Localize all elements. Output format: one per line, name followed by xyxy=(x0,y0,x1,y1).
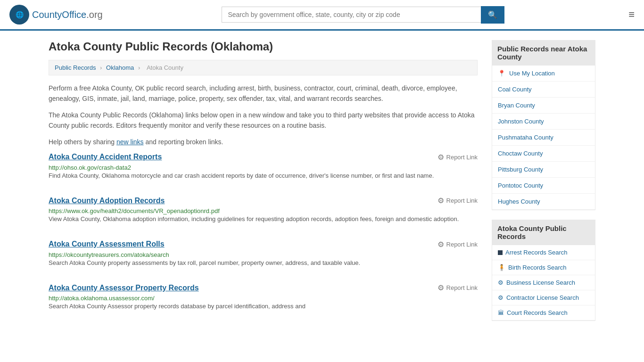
location-pin-icon: 📍 xyxy=(498,70,505,77)
report-icon: ⚙ xyxy=(438,283,444,292)
record-header: Atoka County Assessor Property Records ⚙… xyxy=(49,283,478,292)
main-content: Atoka County Public Records (Oklahoma) P… xyxy=(49,40,478,330)
nearby-section: Public Records near Atoka County 📍 Use M… xyxy=(492,40,595,210)
nearby-county-link[interactable]: Hughes County xyxy=(492,194,595,209)
nearby-county-item: Choctaw County xyxy=(492,146,595,162)
public-record-item: 🧍Birth Records Search xyxy=(492,260,595,275)
court-icon: 🏛 xyxy=(498,309,504,316)
page-title: Atoka County Public Records (Oklahoma) xyxy=(49,40,478,53)
public-record-item: ⚙Contractor License Search xyxy=(492,290,595,305)
report-icon: ⚙ xyxy=(438,153,444,162)
record-desc: View Atoka County, Oklahoma adoption inf… xyxy=(49,214,478,224)
record-url[interactable]: https://okcountytreasurers.com/atoka/sea… xyxy=(49,251,169,258)
nearby-county-link[interactable]: Pittsburg County xyxy=(492,162,595,177)
logo-text: CountyOffice.org xyxy=(32,9,103,20)
report-icon: ⚙ xyxy=(438,196,444,205)
breadcrumb-oklahoma[interactable]: Oklahoma xyxy=(106,64,134,71)
nearby-county-link[interactable]: Pushmataha County xyxy=(492,130,595,145)
breadcrumb-sep-2: › xyxy=(138,64,140,71)
public-records-section: Atoka County Public Records Arrest Recor… xyxy=(492,220,595,321)
nearby-title: Public Records near Atoka County xyxy=(492,40,595,66)
report-link[interactable]: ⚙ Report Link xyxy=(438,283,478,292)
menu-button[interactable]: ≡ xyxy=(628,8,635,21)
record-entry: Atoka County Accident Reports ⚙ Report L… xyxy=(49,153,478,185)
record-url[interactable]: http://ohso.ok.gov/crash-data2 xyxy=(49,164,131,171)
record-title[interactable]: Atoka County Adoption Records xyxy=(49,197,165,205)
record-desc: Find Atoka County, Oklahoma motorcycle a… xyxy=(49,171,478,181)
public-record-link[interactable]: ⚙Contractor License Search xyxy=(492,290,595,305)
logo-icon: 🌐 xyxy=(9,5,29,25)
record-entry: Atoka County Adoption Records ⚙ Report L… xyxy=(49,196,478,229)
hamburger-icon: ≡ xyxy=(628,8,635,20)
search-bar: 🔍 xyxy=(222,6,504,24)
record-entry: Atoka County Assessor Property Records ⚙… xyxy=(49,283,478,316)
public-records-list: Arrest Records Search🧍Birth Records Sear… xyxy=(492,245,595,321)
nearby-county-link[interactable]: Coal County xyxy=(492,82,595,97)
public-record-link[interactable]: 🏛Court Records Search xyxy=(492,305,595,320)
record-url[interactable]: http://atoka.oklahoma.usassessor.com/ xyxy=(49,295,155,302)
public-record-link[interactable]: Arrest Records Search xyxy=(492,245,595,260)
search-icon: 🔍 xyxy=(488,11,497,19)
public-records-title: Atoka County Public Records xyxy=(492,220,595,245)
record-entry: Atoka County Assessment Rolls ⚙ Report L… xyxy=(49,240,478,272)
record-header: Atoka County Adoption Records ⚙ Report L… xyxy=(49,196,478,205)
nearby-county-item: Coal County xyxy=(492,82,595,98)
nearby-county-link[interactable]: Choctaw County xyxy=(492,146,595,161)
breadcrumb: Public Records › Oklahoma › Atoka County xyxy=(49,60,478,75)
nearby-county-item: Pittsburg County xyxy=(492,162,595,178)
person-icon: 🧍 xyxy=(498,264,505,271)
public-record-item: Arrest Records Search xyxy=(492,245,595,260)
breadcrumb-current: Atoka County xyxy=(147,64,183,71)
record-header: Atoka County Accident Reports ⚙ Report L… xyxy=(49,153,478,162)
record-label: Arrest Records Search xyxy=(505,249,568,256)
breadcrumb-public-records[interactable]: Public Records xyxy=(55,64,96,71)
report-icon: ⚙ xyxy=(438,240,444,249)
gear-multi-icon: ⚙ xyxy=(498,279,504,286)
svg-text:🌐: 🌐 xyxy=(16,11,24,19)
nearby-counties: Coal CountyBryan CountyJohnston CountyPu… xyxy=(492,82,595,210)
nearby-county-link[interactable]: Pontotoc County xyxy=(492,178,595,193)
record-label: Birth Records Search xyxy=(508,264,567,271)
record-label: Court Records Search xyxy=(507,309,568,316)
report-link[interactable]: ⚙ Report Link xyxy=(438,240,478,249)
report-link[interactable]: ⚙ Report Link xyxy=(438,196,478,205)
record-desc: Search Atoka County Assessor property re… xyxy=(49,302,478,311)
description-para2: The Atoka County Public Records (Oklahom… xyxy=(49,110,478,131)
new-links-link[interactable]: new links xyxy=(116,138,144,146)
breadcrumb-sep-1: › xyxy=(100,64,102,71)
nearby-county-link[interactable]: Johnston County xyxy=(492,114,595,129)
record-title[interactable]: Atoka County Assessor Property Records xyxy=(49,284,199,292)
records-list: Atoka County Accident Reports ⚙ Report L… xyxy=(49,153,478,316)
public-record-link[interactable]: ⚙Business License Search xyxy=(492,275,595,290)
public-record-item: ⚙Business License Search xyxy=(492,275,595,290)
site-header: 🌐 CountyOffice.org 🔍 ≡ xyxy=(0,0,644,31)
report-link[interactable]: ⚙ Report Link xyxy=(438,153,478,162)
search-button[interactable]: 🔍 xyxy=(481,6,504,24)
use-location-button[interactable]: 📍 Use My Location xyxy=(492,66,595,82)
record-label: Contractor License Search xyxy=(506,294,579,301)
nearby-county-item: Pontotoc County xyxy=(492,178,595,194)
square-icon xyxy=(498,250,503,255)
record-title[interactable]: Atoka County Accident Reports xyxy=(49,153,162,161)
nearby-county-item: Johnston County xyxy=(492,114,595,130)
logo[interactable]: 🌐 CountyOffice.org xyxy=(9,5,103,25)
record-url[interactable]: https://www.ok.gov/health2/documents/VR_… xyxy=(49,207,220,214)
nearby-county-item: Bryan County xyxy=(492,98,595,114)
public-record-item: 🏛Court Records Search xyxy=(492,305,595,321)
nearby-county-item: Pushmataha County xyxy=(492,130,595,146)
record-title[interactable]: Atoka County Assessment Rolls xyxy=(49,240,165,248)
record-label: Business License Search xyxy=(506,279,575,286)
nearby-county-item: Hughes County xyxy=(492,194,595,210)
public-record-link[interactable]: 🧍Birth Records Search xyxy=(492,260,595,275)
record-header: Atoka County Assessment Rolls ⚙ Report L… xyxy=(49,240,478,249)
description-para1: Perform a free Atoka County, OK public r… xyxy=(49,83,478,104)
search-input[interactable] xyxy=(222,7,481,23)
description-para3: Help others by sharing new links and rep… xyxy=(49,137,478,147)
nearby-county-link[interactable]: Bryan County xyxy=(492,98,595,113)
record-desc: Search Atoka County property assessments… xyxy=(49,258,478,268)
nearby-list-container: 📍 Use My Location Coal CountyBryan Count… xyxy=(492,66,595,210)
gear-icon: ⚙ xyxy=(498,294,504,301)
sidebar: Public Records near Atoka County 📍 Use M… xyxy=(492,40,595,330)
